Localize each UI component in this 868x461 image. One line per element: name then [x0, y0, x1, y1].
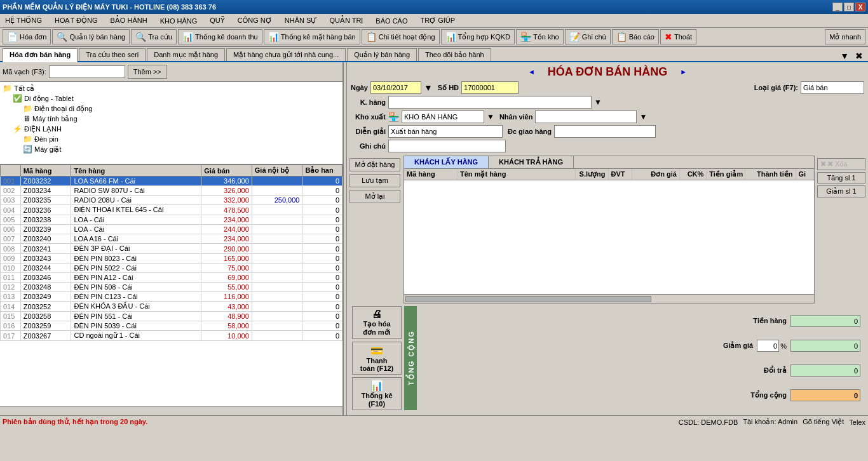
table-row[interactable]: 012 Z003248 ĐÈN PIN 508 - Cái 55,000 0 — [1, 283, 342, 292]
xoa-button[interactable]: ✖ ✖ Xóa — [817, 158, 865, 170]
table-row[interactable]: 017 Z003267 CD ngoài ngữ 1 - Cái 10,000 … — [1, 331, 342, 341]
menu-tro-giup[interactable]: TRỢ GIÚP — [417, 15, 458, 26]
menu-kho-hang[interactable]: KHO HÀNG — [158, 16, 200, 26]
close-button[interactable]: X — [855, 3, 865, 11]
table-row[interactable]: 016 Z003259 ĐÈN PIN 5039 - Cái 58,000 0 — [1, 321, 342, 331]
tang-sl-button[interactable]: Tăng sl 1 — [817, 172, 865, 184]
menu-bao-cao[interactable]: BÁO CÁO — [373, 16, 410, 26]
tab-khach-lay-hang[interactable]: KHÁCH LẤY HÀNG — [404, 156, 489, 168]
them-button[interactable]: Thêm >> — [128, 65, 167, 79]
tab-theo-doi-bao-hanh[interactable]: Theo dõi bảo hành — [418, 48, 491, 61]
khang-input[interactable] — [388, 96, 592, 109]
thong-ke-button[interactable]: 📊 Thống kê (F10) — [352, 377, 402, 410]
toolbar-ghi-chu[interactable]: 📝 Ghi chú — [565, 29, 611, 44]
nhanvien-dropdown-icon[interactable]: ▼ — [639, 112, 647, 121]
luu-tam-button[interactable]: Lưu tạm — [349, 174, 400, 187]
tao-hoa-don-button[interactable]: 🖨 Tạo hóa đơn mới — [352, 306, 402, 339]
toolbar-bao-cao[interactable]: 📋 Báo cáo — [612, 29, 659, 44]
table-row[interactable]: 015 Z003258 ĐÈN PIN 551 - Cái 48,900 0 — [1, 312, 342, 321]
ngay-input[interactable] — [370, 81, 421, 94]
table-row[interactable]: 001 Z003232 LOA SA66 FM - Cái 346,000 0 — [1, 177, 342, 186]
menu-quy[interactable]: QUỸ — [207, 15, 227, 26]
toolbar-tra-cuu[interactable]: 🔍 Tra cứu — [131, 29, 177, 44]
toolbar-thong-ke-mat-hang[interactable]: 📊 Thống kê mặt hàng bán — [264, 29, 360, 44]
toolbar-thoat[interactable]: ✖ Thoát — [660, 29, 696, 44]
menu-he-thong[interactable]: HỆ THỐNG — [3, 15, 44, 26]
nav-prev-button[interactable]: ◄ — [528, 68, 535, 76]
tien-hang-value[interactable] — [790, 315, 860, 327]
loaigia-input[interactable] — [801, 81, 864, 94]
khoxuat-dropdown-icon[interactable]: ▼ — [487, 112, 494, 121]
thanh-toan-button[interactable]: 💳 Thanh toán (F12) — [352, 342, 402, 375]
ngay-dropdown-icon[interactable]: ▼ — [424, 83, 433, 93]
tab-tra-cuu-seri[interactable]: Tra cứu theo seri — [79, 48, 146, 61]
doi-tra-value[interactable] — [790, 364, 860, 377]
tab-khach-tra-hang[interactable]: KHÁCH TRẢ HÀNG — [489, 156, 574, 168]
giam-sl-button[interactable]: Giảm sl 1 — [817, 185, 865, 197]
menu-quan-tri[interactable]: QUẢN TRỊ — [327, 15, 365, 26]
tree-item-denpin[interactable]: 📁 Đèn pin — [22, 134, 341, 144]
tree-item-dienlanh[interactable]: ⚡ ĐIỆN LẠNH — [11, 124, 341, 134]
tkdt-icon: 📊 — [182, 32, 193, 42]
nhanvien-input[interactable] — [535, 110, 637, 123]
menu-cong-no[interactable]: CÔNG NỢ — [235, 15, 275, 26]
menu-nhan-su[interactable]: NHÂN SỰ — [282, 15, 320, 26]
tong-cong-value[interactable] — [790, 389, 860, 401]
invoice-scrollbar-h[interactable] — [404, 294, 814, 303]
toolbar-quan-ly-ban-hang[interactable]: 🔍 Quản lý bán hàng — [52, 29, 130, 44]
status-bar: Phiên bản dùng thử, hết hạn trong 20 ngà… — [0, 415, 868, 428]
col-giaban: Giá bán — [201, 165, 252, 177]
menu-hoat-dong[interactable]: HOẠT ĐỘNG — [52, 15, 100, 26]
mo-lai-button[interactable]: Mở lại — [349, 190, 400, 203]
tree-item-maytinhbang[interactable]: 🖥 Máy tính bảng — [22, 114, 341, 124]
giam-gia-value[interactable] — [790, 340, 860, 352]
maximize-button[interactable]: □ — [844, 3, 854, 11]
tree-item-di-dong[interactable]: ✅ Di động - Tablet — [11, 93, 341, 104]
toolbar-tong-hop-kqkd[interactable]: 📊 Tổng hợp KQKD — [441, 29, 515, 44]
dcgiaohang-input[interactable] — [554, 125, 656, 138]
table-row[interactable]: 003 Z003235 RADIO 208U - Cái 332,000 250… — [1, 196, 342, 205]
table-row[interactable]: 011 Z003246 ĐÈN PIN A12 - Cái 69,000 0 — [1, 273, 342, 283]
status-inputmethod: Telex — [849, 418, 865, 426]
table-row[interactable]: 009 Z003243 ĐÈN PIN 8023 - Cái 165,000 0 — [1, 254, 342, 264]
khang-label: K. hàng — [351, 98, 386, 106]
table-row[interactable]: 013 Z003249 ĐÈN PIN C123 - Cái 116,000 0 — [1, 292, 342, 302]
tab-close-button[interactable]: ✖ — [853, 51, 865, 61]
toolbar-ton-kho[interactable]: 🏪 Tồn kho — [516, 29, 564, 44]
tong-cong-vertical-label: TỔNG CỘNG — [404, 306, 417, 410]
tonkho-icon: 🏪 — [520, 32, 531, 42]
sohd-input[interactable] — [461, 81, 519, 94]
tree-item-dtdidong[interactable]: 📁 Điện thoại di động — [22, 104, 341, 114]
tab-pin-button[interactable]: ▼ — [837, 51, 851, 61]
mo-dat-hang-button[interactable]: Mở đặt hàng — [349, 158, 400, 171]
toolbar-thong-ke-doanh-thu[interactable]: 📊 Thống kê doanh thu — [178, 29, 262, 44]
table-row[interactable]: 006 Z003239 LOA - Cái 244,000 0 — [1, 225, 342, 234]
tree-item-maygiat[interactable]: 🔄 Máy giặt — [22, 144, 341, 154]
table-row[interactable]: 007 Z003240 LOA A16 - Cái 234,000 0 — [1, 234, 342, 244]
toolbar-mo-nhanh[interactable]: Mở nhanh — [825, 29, 865, 44]
diengiai-input[interactable] — [388, 125, 503, 138]
table-row[interactable]: 010 Z003244 ĐÈN PIN 5022 - Cái 75,000 0 — [1, 264, 342, 273]
nav-next-button[interactable]: ► — [680, 68, 687, 76]
khang-dropdown-icon[interactable]: ▼ — [594, 98, 602, 107]
table-row[interactable]: 008 Z003241 ĐÈN 3P ĐẠI - Cái 290,000 0 — [1, 244, 342, 254]
table-row[interactable]: 004 Z003236 ĐIỆN THOẠI KTEL 645 - Cái 47… — [1, 205, 342, 215]
toolbar-chi-tiet-hd[interactable]: 📋 Chi tiết hoạt động — [362, 29, 440, 44]
table-row[interactable]: 002 Z003234 RADIO SW 807U - Cái 326,000 … — [1, 186, 342, 196]
menu-bar: HỆ THỐNG HOẠT ĐỘNG BẢO HÀNH KHO HÀNG QUỸ… — [0, 14, 868, 28]
search-input[interactable] — [49, 65, 125, 78]
minimize-button[interactable]: _ — [832, 3, 843, 11]
table-row[interactable]: 014 Z003252 ĐÈN KHÓA 3 ĐẦU - Cái 43,000 … — [1, 302, 342, 312]
tab-danh-muc-mat-hang[interactable]: Danh mục mặt hàng — [147, 48, 225, 61]
giam-gia-pct-input[interactable] — [757, 340, 779, 352]
tab-quan-ly-ban-hang[interactable]: Quản lý bán hàng — [347, 48, 417, 61]
menu-bao-hanh[interactable]: BẢO HÀNH — [108, 15, 150, 26]
table-row[interactable]: 005 Z003238 LOA - Cái 234,000 0 — [1, 215, 342, 225]
tab-mat-hang-chua-gui[interactable]: Mặt hàng chưa gửi tới nhà cung... — [226, 48, 346, 61]
tree-item-tat-ca[interactable]: 📁 Tất cả — [1, 83, 341, 93]
tab-hoa-don-ban-hang[interactable]: Hóa đơn bán hàng — [3, 48, 78, 62]
khoxuat-input[interactable] — [402, 110, 484, 123]
toolbar-hoa-don[interactable]: 📄 Hóa đơn — [3, 29, 51, 44]
product-scrollbar-h[interactable] — [0, 406, 342, 415]
ghichu-input[interactable] — [388, 140, 506, 152]
